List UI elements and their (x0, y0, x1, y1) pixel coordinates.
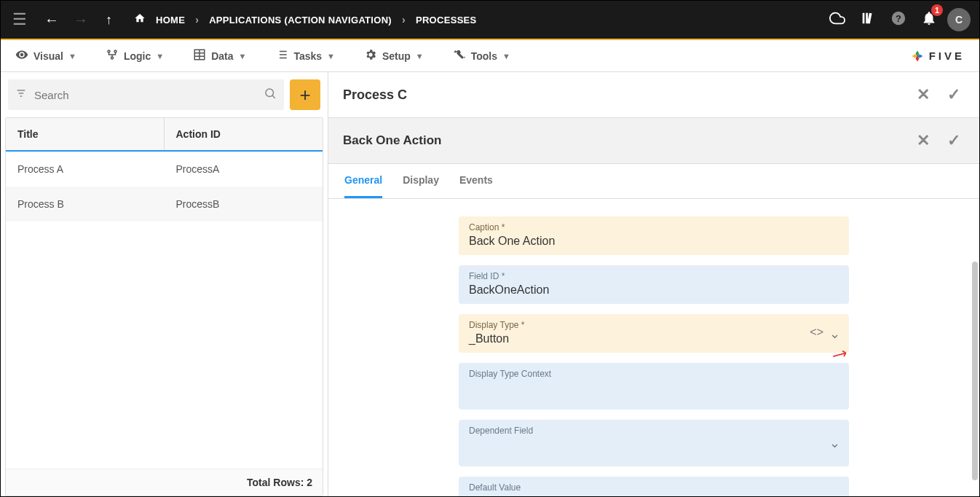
menu-setup-label: Setup (382, 50, 411, 62)
check-icon[interactable]: ✓ (943, 84, 965, 106)
close-icon[interactable]: ✕ (912, 130, 934, 152)
cloud-icon[interactable] (825, 6, 850, 34)
menu-tools-label: Tools (471, 50, 497, 62)
menu-tasks[interactable]: Tasks ▼ (275, 48, 335, 64)
displaytypectx-field[interactable]: Display Type Context (459, 363, 849, 410)
menu-visual[interactable]: Visual ▼ (15, 48, 76, 64)
search-box[interactable] (8, 79, 284, 110)
breadcrumb-applications[interactable]: APPLICATIONS (ACTION NAVIGATION) (209, 15, 392, 26)
table-footer: Total Rows: 2 (6, 469, 323, 496)
caption-value: Back One Action (469, 232, 839, 248)
detail-subheader: Back One Action ✕ ✓ (328, 118, 979, 164)
eye-icon (15, 48, 28, 64)
menu-visual-label: Visual (33, 50, 63, 62)
chevron-right-icon: › (402, 14, 406, 26)
avatar[interactable]: C (947, 8, 971, 31)
brand: FIVE (910, 49, 965, 63)
breadcrumb-home[interactable]: HOME (156, 15, 185, 26)
tab-general[interactable]: General (344, 164, 382, 198)
code-icon[interactable]: <> (810, 326, 823, 342)
detail-panel: Process C ✕ ✓ Back One Action ✕ ✓ Genera… (328, 72, 979, 496)
close-icon[interactable]: ✕ (912, 84, 934, 106)
column-action-id[interactable]: Action ID (165, 118, 323, 150)
chevron-down-icon[interactable]: ⌄ (829, 435, 840, 451)
search-input[interactable] (34, 89, 264, 101)
caret-down-icon: ▼ (502, 52, 510, 60)
form-area: Caption * Back One Action Field ID * Bac… (328, 199, 979, 496)
menu-data-label: Data (211, 50, 233, 62)
caret-down-icon: ▼ (416, 52, 424, 60)
default-field[interactable]: Default Value (459, 477, 849, 496)
brand-logo-icon (910, 49, 925, 63)
check-icon[interactable]: ✓ (943, 130, 965, 152)
displaytype-value: _Button (469, 330, 839, 345)
scrollbar[interactable] (972, 262, 978, 480)
caption-field[interactable]: Caption * Back One Action (459, 216, 849, 255)
menu-tools[interactable]: Tools ▼ (453, 48, 510, 64)
left-panel: + Title Action ID Process A ProcessA Pro… (1, 72, 328, 496)
library-icon[interactable] (855, 6, 880, 34)
cell-title: Process A (6, 152, 165, 187)
fieldid-field[interactable]: Field ID * BackOneAction (459, 265, 849, 304)
filter-icon[interactable] (15, 87, 27, 102)
cell-title: Process B (6, 187, 165, 222)
search-icon[interactable] (264, 87, 277, 103)
dependent-field[interactable]: Dependent Field ⌄ (459, 420, 849, 466)
detail-header: Process C ✕ ✓ (328, 72, 979, 118)
detail-title: Process C (343, 87, 407, 103)
dependent-label: Dependent Field (469, 426, 839, 436)
bell-icon[interactable]: 1 (917, 6, 941, 34)
menubar: Visual ▼ Logic ▼ Data ▼ Tasks ▼ Setup ▼ … (1, 40, 979, 72)
caption-label: Caption * (469, 222, 839, 232)
topbar: ☰ ← → ↑ HOME › APPLICATIONS (ACTION NAVI… (1, 1, 979, 40)
menu-data[interactable]: Data ▼ (193, 48, 246, 64)
menu-tasks-label: Tasks (293, 50, 322, 62)
breadcrumb-processes[interactable]: PROCESSES (416, 15, 477, 26)
list-icon (275, 48, 288, 64)
grid-icon (193, 48, 206, 64)
notification-badge: 1 (931, 4, 943, 16)
svg-point-3 (114, 50, 116, 52)
default-value (469, 493, 839, 496)
gear-icon (364, 48, 377, 64)
svg-point-4 (111, 57, 113, 59)
menu-setup[interactable]: Setup ▼ (364, 48, 424, 64)
tabs: General Display Events (328, 164, 979, 199)
displaytype-field[interactable]: Display Type * _Button <> ⌄ (459, 314, 849, 353)
displaytypectx-value (469, 379, 839, 402)
caret-down-icon: ▼ (327, 52, 335, 60)
cell-action-id: ProcessA (165, 152, 323, 187)
svg-point-2 (108, 50, 110, 52)
cell-action-id: ProcessB (165, 187, 323, 222)
displaytypectx-label: Display Type Context (469, 369, 839, 379)
svg-text:?: ? (896, 12, 901, 23)
caret-down-icon: ▼ (68, 52, 76, 60)
detail-subtitle: Back One Action (343, 133, 441, 148)
dependent-value (469, 436, 839, 459)
logic-icon (106, 48, 119, 64)
caret-down-icon: ▼ (238, 52, 246, 60)
default-label: Default Value (469, 482, 839, 493)
main: + Title Action ID Process A ProcessA Pro… (1, 72, 979, 496)
breadcrumb: HOME › APPLICATIONS (ACTION NAVIGATION) … (134, 12, 477, 27)
chevron-down-icon[interactable]: ⌄ (829, 326, 840, 342)
help-icon[interactable]: ? (886, 6, 911, 34)
svg-point-6 (266, 89, 274, 97)
tab-display[interactable]: Display (403, 164, 439, 198)
table-row[interactable]: Process B ProcessB (6, 187, 323, 222)
up-arrow-icon[interactable]: ↑ (103, 9, 115, 31)
menu-logic-label: Logic (124, 50, 151, 62)
table-row[interactable]: Process A ProcessA (6, 152, 323, 187)
process-table: Title Action ID Process A ProcessA Proce… (5, 117, 323, 496)
back-arrow-icon[interactable]: ← (42, 9, 62, 31)
tab-events[interactable]: Events (459, 164, 493, 198)
add-button[interactable]: + (290, 79, 320, 110)
menu-icon[interactable]: ☰ (9, 7, 30, 32)
menu-logic[interactable]: Logic ▼ (106, 48, 164, 64)
nav-arrows: ← → (42, 9, 91, 31)
displaytype-label: Display Type * (469, 320, 839, 330)
column-title[interactable]: Title (6, 118, 165, 150)
home-icon (134, 12, 146, 27)
forward-arrow-icon: → (71, 9, 91, 31)
brand-text: FIVE (929, 50, 965, 62)
